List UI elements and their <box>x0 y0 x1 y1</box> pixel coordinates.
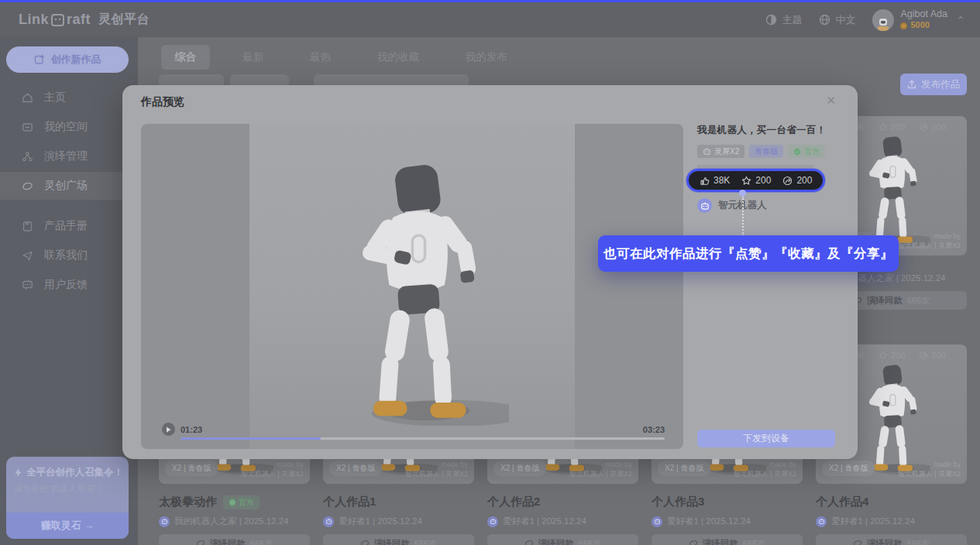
user-avatar <box>872 9 894 31</box>
deploy-to-device-button[interactable]: 下发到设备 <box>697 430 835 447</box>
close-icon[interactable]: ✕ <box>826 94 836 108</box>
model-edition-tag: X2 | 青春版 <box>658 461 710 476</box>
tab-newest[interactable]: 最新 <box>229 45 277 70</box>
upload-icon <box>907 80 916 89</box>
robot-thumbnail <box>853 134 930 246</box>
paper-plane-icon <box>22 250 33 262</box>
official-tag: 官方 <box>788 145 825 158</box>
replay-same-button[interactable]: 演绎同款666次 <box>487 534 638 545</box>
replay-same-button[interactable]: 演绎同款666次 <box>323 534 474 545</box>
modal-title: 作品预览 <box>141 95 184 109</box>
planet-icon <box>22 180 33 192</box>
work-info-panel: 我是机器人，买一台省一百！ 灵犀X2 青春版 官方 <box>697 124 837 169</box>
author-avatar-icon <box>159 516 170 527</box>
made-by-watermark: made by智元机器人 | 灵犀X2 <box>898 231 961 251</box>
create-new-work-label: 创作新作品 <box>51 53 101 67</box>
sidebar-item-contact-us[interactable]: 联系我们 <box>0 242 138 269</box>
sidebar-item-my-space[interactable]: 我的空间 <box>0 113 138 141</box>
tab-hottest[interactable]: 最热 <box>296 45 345 70</box>
theme-toggle[interactable]: 主题 <box>765 13 802 27</box>
current-time: 01:23 <box>181 425 202 434</box>
create-plus-icon <box>34 54 45 65</box>
progress-fill <box>181 437 321 440</box>
card-author: 爱好者1 | 2025.12.24 <box>816 516 967 527</box>
publish-work-button[interactable]: 发布作品 <box>900 74 967 95</box>
sidebar-item-user-feedback[interactable]: 用户反馈 <box>0 271 138 299</box>
total-time: 03:23 <box>643 425 665 434</box>
edition-tag: 青春版 <box>749 145 783 158</box>
play-icon <box>166 427 171 433</box>
sidebar-item-product-manual[interactable]: 产品手册 <box>0 212 138 240</box>
like-icon <box>700 176 710 186</box>
user-name: Agibot Ada <box>900 9 947 21</box>
replay-icon <box>524 539 534 545</box>
play-button[interactable] <box>162 423 175 436</box>
author-avatar-icon <box>816 516 827 527</box>
filter-dropdown-1[interactable] <box>159 74 224 85</box>
search-field[interactable] <box>314 74 469 85</box>
like-stat[interactable]: 38K <box>700 175 730 186</box>
card-title: 个人作品2 <box>487 495 540 509</box>
sidebar-item-home[interactable]: 主页 <box>0 84 138 111</box>
globe-icon <box>819 14 830 26</box>
favorite-icon <box>879 351 888 360</box>
official-badge: 官方 <box>223 495 260 509</box>
model-edition-tag: X2 | 青春版 <box>165 461 218 476</box>
card-author: 爱好者1 | 2025.12.24 <box>652 516 803 527</box>
logo-robot-icon <box>51 14 64 26</box>
topbar: Linkraft 灵创平台 主题 中文 Agibot Ada 5000 ⌃ <box>0 2 980 37</box>
tour-connector-dot <box>739 190 746 197</box>
work-author-row[interactable]: 智元机器人 <box>697 198 767 213</box>
card-author: 我的机器人之家 | 2025.12.24 <box>159 516 310 527</box>
user-coins: 5000 <box>900 20 947 31</box>
model-edition-tag: X2 | 青春版 <box>822 461 875 476</box>
author-avatar-icon <box>652 516 662 527</box>
top-accent-line <box>0 0 980 2</box>
logo-text-right: raft <box>67 12 91 28</box>
share-stat[interactable]: 200 <box>782 175 812 186</box>
work-preview-modal: 作品预览 ✕ 01:23 03:23 我是机器人，买一台省一百！ 灵犀X2 青春… <box>122 85 858 459</box>
author-avatar-icon <box>323 516 334 527</box>
favorite-icon <box>879 122 888 132</box>
tab-comprehensive[interactable]: 综合 <box>161 45 210 70</box>
card-title: 太极拳动作 <box>159 495 217 509</box>
chat-bubble-icon <box>22 279 33 291</box>
share-icon <box>782 176 793 186</box>
logo-text-left: Link <box>19 12 49 28</box>
favorite-stat[interactable]: 200 <box>741 175 771 186</box>
earn-gems-button[interactable]: 赚取灵石 → <box>6 512 129 539</box>
made-by-watermark: made by智元机器人 | 灵犀X2 <box>898 460 961 479</box>
tour-tooltip: 也可在此对作品进行『点赞』『收藏』及『分享』 <box>598 235 899 272</box>
model-edition-tag: X2 | 青春版 <box>329 461 382 476</box>
replay-same-button[interactable]: 演绎同款666次 <box>159 534 310 545</box>
tab-my-favorites[interactable]: 我的收藏 <box>363 45 433 70</box>
card-author: 爱好者1 | 2025.12.24 <box>323 516 474 527</box>
promo-subtitle: 成为首批“机器人导演”！ <box>14 483 105 495</box>
create-new-work-button[interactable]: 创作新作品 <box>6 46 129 73</box>
replay-same-button[interactable]: 演绎同款666次 <box>652 534 803 545</box>
book-icon <box>22 221 33 232</box>
user-menu[interactable]: Agibot Ada 5000 ⌃ <box>872 9 965 31</box>
coin-icon <box>900 22 907 29</box>
author-avatar-icon <box>487 516 498 527</box>
replay-icon <box>196 539 205 545</box>
official-check-icon <box>229 499 236 506</box>
language-switch[interactable]: 中文 <box>819 13 855 27</box>
favorite-icon <box>741 176 751 186</box>
language-label: 中文 <box>835 13 855 27</box>
filter-dropdown-2[interactable] <box>230 74 289 85</box>
browse-tabs: 综合 最新 最热 我的收藏 我的发布 <box>161 45 521 70</box>
robot-head-icon <box>703 147 711 156</box>
sidebar-item-lingchuang-plaza[interactable]: 灵创广场 <box>0 172 138 200</box>
official-check-icon <box>793 148 801 156</box>
made-by-watermark: made by智元机器人 | 灵犀X2 <box>569 460 632 479</box>
nodes-icon <box>22 151 33 163</box>
sidebar-item-performance-mgmt[interactable]: 演绎管理 <box>0 142 138 170</box>
promo-title: 全平台创作人召集令！ <box>14 466 123 479</box>
progress-bar[interactable] <box>181 437 665 440</box>
tab-my-posts[interactable]: 我的发布 <box>452 45 521 70</box>
theme-label: 主题 <box>782 13 802 27</box>
work-stats-pill: 38K 200 200 <box>686 169 825 192</box>
replay-same-button[interactable]: 演绎同款666次 <box>816 534 967 545</box>
model-edition-tag: X2 | 青春版 <box>493 461 546 476</box>
